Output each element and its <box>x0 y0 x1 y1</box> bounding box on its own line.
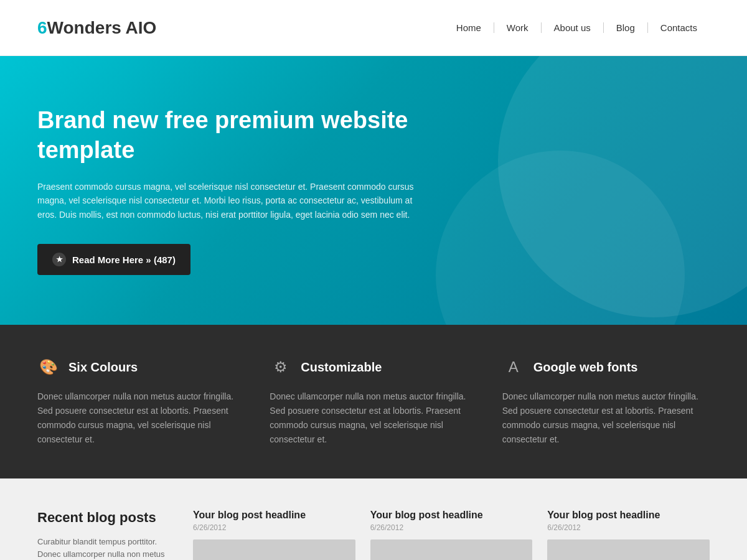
site-header: 6Wonders AIO HomeWorkAbout usBlogContact… <box>0 0 747 56</box>
blog-post-title-1: Your blog post headline <box>370 510 533 521</box>
feature-six-colours: 🎨Six ColoursDonec ullamcorper nulla non … <box>37 356 245 447</box>
hero-description: Praesent commodo cursus magna, vel scele… <box>37 180 423 222</box>
customizable-icon: ⚙ <box>270 356 292 378</box>
blog-post-title-2: Your blog post headline <box>547 510 710 521</box>
site-logo: 6Wonders AIO <box>37 18 156 38</box>
google-web-fonts-title: Google web fonts <box>533 360 638 375</box>
blog-post-image-1: 220 x 130 <box>370 539 533 560</box>
six-colours-text: Donec ullamcorper nulla non metus auctor… <box>37 390 245 447</box>
feature-google-web-fonts: AGoogle web fontsDonec ullamcorper nulla… <box>502 356 710 447</box>
blog-post-date-2: 6/26/2012 <box>547 523 710 532</box>
blog-sidebar: Recent blog posts Curabitur blandit temp… <box>37 510 174 560</box>
customizable-title: Customizable <box>301 360 382 375</box>
blog-section: Recent blog posts Curabitur blandit temp… <box>0 478 747 560</box>
main-nav: HomeWorkAbout usBlogContacts <box>444 22 710 33</box>
nav-link-home[interactable]: Home <box>444 22 494 33</box>
google-web-fonts-icon: A <box>502 356 525 378</box>
features-section: 🎨Six ColoursDonec ullamcorper nulla non … <box>0 325 747 478</box>
nav-link-about-us[interactable]: About us <box>542 22 604 33</box>
hero-headline: Brand new free premium website template <box>37 106 423 165</box>
logo-accent: 6 <box>37 18 47 37</box>
logo-text: Wonders AIO <box>47 18 157 37</box>
six-colours-icon: 🎨 <box>37 356 60 378</box>
nav-link-blog[interactable]: Blog <box>604 22 648 33</box>
blog-posts-container: Your blog post headline6/26/2012220 x 13… <box>193 510 710 560</box>
blog-post-image-0: 220 x 130 <box>193 539 355 560</box>
nav-link-work[interactable]: Work <box>494 22 542 33</box>
read-more-label: Read More Here » (487) <box>72 254 176 265</box>
blog-post-date-1: 6/26/2012 <box>370 523 533 532</box>
blog-post-date-0: 6/26/2012 <box>193 523 355 532</box>
hero-section: Brand new free premium website template … <box>0 56 747 325</box>
blog-post-1: Your blog post headline6/26/2012220 x 13… <box>370 510 533 560</box>
blog-post-image-2: 220 x 130 <box>547 539 710 560</box>
blog-post-title-0: Your blog post headline <box>193 510 355 521</box>
read-more-icon: ★ <box>52 253 66 266</box>
six-colours-title: Six Colours <box>68 360 138 375</box>
read-more-button[interactable]: ★ Read More Here » (487) <box>37 244 190 275</box>
feature-customizable: ⚙CustomizableDonec ullamcorper nulla non… <box>270 356 477 447</box>
google-web-fonts-text: Donec ullamcorper nulla non metus auctor… <box>502 390 710 447</box>
customizable-text: Donec ullamcorper nulla non metus auctor… <box>270 390 477 447</box>
blog-post-0: Your blog post headline6/26/2012220 x 13… <box>193 510 355 560</box>
blog-sidebar-title: Recent blog posts <box>37 510 174 526</box>
nav-link-contacts[interactable]: Contacts <box>648 22 710 33</box>
blog-post-2: Your blog post headline6/26/2012220 x 13… <box>547 510 710 560</box>
blog-sidebar-text: Curabitur blandit tempus porttitor. Done… <box>37 536 174 560</box>
